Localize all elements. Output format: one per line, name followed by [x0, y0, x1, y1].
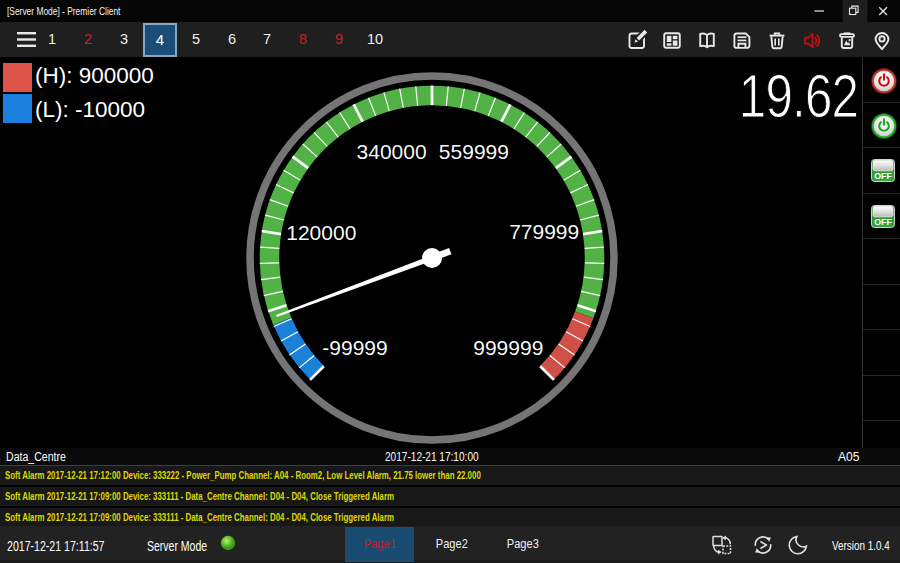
svg-text:779999: 779999	[509, 220, 579, 243]
svg-text:OFF: OFF	[874, 171, 892, 181]
svg-text:OFF: OFF	[874, 217, 892, 227]
svg-text:-99999: -99999	[322, 336, 387, 359]
svg-text:559999: 559999	[439, 140, 509, 163]
svg-text:999999: 999999	[473, 336, 543, 359]
svg-text:120000: 120000	[286, 221, 356, 244]
svg-text:340000: 340000	[357, 140, 427, 163]
